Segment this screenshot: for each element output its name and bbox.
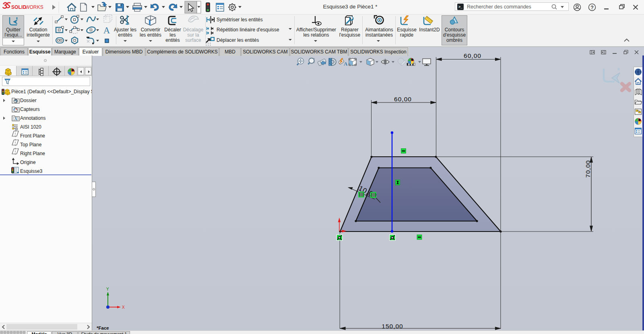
svg-text:SOLID: SOLID [11,4,26,10]
svg-text:WORKS: WORKS [25,4,43,10]
svg-text:?: ? [590,5,594,10]
svg-text:A: A [103,25,110,35]
svg-text:A: A [14,117,17,121]
